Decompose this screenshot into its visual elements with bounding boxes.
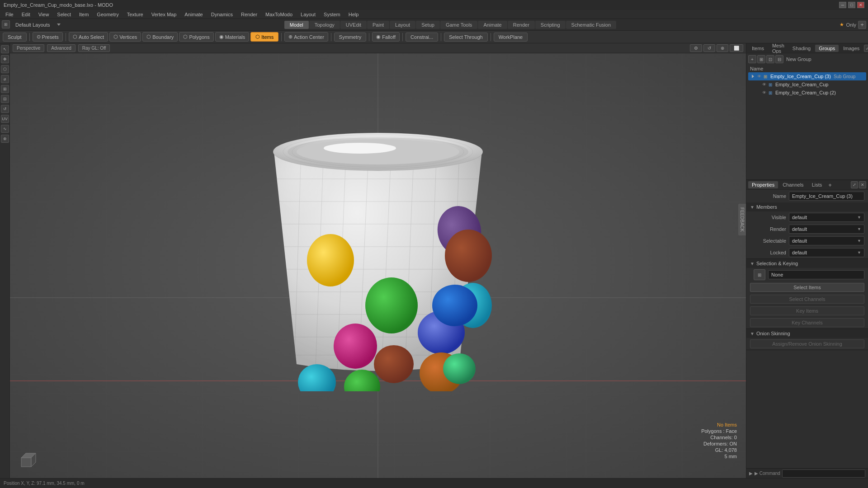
none-field[interactable]: None xyxy=(768,270,864,279)
symmetry-button[interactable]: Symmetry xyxy=(334,33,367,42)
menu-texture[interactable]: Texture xyxy=(123,11,147,18)
tab-scripting[interactable]: Scripting xyxy=(535,21,566,29)
tab-setup[interactable]: Setup xyxy=(416,21,440,29)
prop-tab-lists[interactable]: Lists xyxy=(808,181,826,188)
name-field[interactable]: Empty_Ice_Cream_Cup (3) xyxy=(789,192,864,201)
menu-dynamics[interactable]: Dynamics xyxy=(208,11,236,18)
viewport-canvas[interactable]: No Items Polygons : Face Channels: 0 Def… xyxy=(10,53,746,478)
ray-gl-button[interactable]: Ray GL: Off xyxy=(78,44,110,52)
new-group-button[interactable]: + xyxy=(748,55,756,63)
viewport-maximize-button[interactable]: ⬜ xyxy=(730,44,743,52)
feedback-tab[interactable]: FEEDBACK xyxy=(738,204,746,235)
sidebar-poly-icon[interactable]: ⊟ xyxy=(1,95,9,103)
menu-layout[interactable]: Layout xyxy=(297,11,319,18)
advanced-button[interactable]: Advanced xyxy=(47,44,75,52)
maximize-button[interactable]: □ xyxy=(848,2,855,8)
tab-shading[interactable]: Shading xyxy=(789,45,814,52)
select-through-button[interactable]: Select Through xyxy=(444,33,487,42)
minimize-button[interactable]: ─ xyxy=(839,2,846,8)
action-center-button[interactable]: ⊕ Action Center xyxy=(284,32,328,42)
tab-uvedit[interactable]: UVEdit xyxy=(340,21,367,29)
key-channels-button[interactable]: Key Channels xyxy=(750,318,864,327)
tab-animate[interactable]: Animate xyxy=(478,21,507,29)
falloff-button[interactable]: ◉ Falloff xyxy=(372,32,400,42)
sidebar-uv-icon[interactable]: UV xyxy=(1,115,9,123)
menu-maxtomodo[interactable]: MaxToModo xyxy=(262,11,296,18)
materials-button[interactable]: ◉ Materials xyxy=(215,32,250,42)
tab-topology[interactable]: Topology xyxy=(309,21,340,29)
auto-select-button[interactable]: ⬡ Auto Select xyxy=(69,32,108,42)
tree-item-group[interactable]: 👁 ⊞ Empty_Ice_Cream_Cup (3) Sub Group xyxy=(748,72,866,80)
sidebar-deform-icon[interactable]: ⌀ xyxy=(1,75,9,83)
tree-icon-btn-3[interactable]: ⊟ xyxy=(775,55,783,63)
command-input[interactable] xyxy=(782,469,865,478)
tree-icon-btn-1[interactable]: ⊞ xyxy=(757,55,765,63)
menu-view[interactable]: View xyxy=(35,11,53,18)
tab-schematic-fusion[interactable]: Schematic Fusion xyxy=(566,21,616,29)
menu-select[interactable]: Select xyxy=(53,11,75,18)
onion-skinning-header[interactable]: ▼ Onion Skinning xyxy=(746,329,868,338)
sidebar-create-icon[interactable]: ⬡ xyxy=(1,65,9,73)
viewport[interactable]: Perspective Advanced Ray GL: Off ⚙ ↺ ⊕ ⬜ xyxy=(10,43,746,478)
close-button[interactable]: ✕ xyxy=(857,2,864,8)
prop-tab-properties[interactable]: Properties xyxy=(748,181,778,188)
menu-render[interactable]: Render xyxy=(237,11,261,18)
tree-item-2[interactable]: 👁 ⊞ Empty_Ice_Cream_Cup (2) xyxy=(748,89,866,97)
tree-icon-btn-2[interactable]: ⊡ xyxy=(766,55,774,63)
items-button[interactable]: ⬡ Items xyxy=(250,32,278,42)
tab-game-tools[interactable]: Game Tools xyxy=(440,21,478,29)
menu-geometry[interactable]: Geometry xyxy=(93,11,122,18)
polygons-button[interactable]: ⬡ Polygons xyxy=(179,32,213,42)
tab-groups[interactable]: Groups xyxy=(815,45,839,52)
prop-close-btn[interactable]: ✕ xyxy=(859,181,866,188)
add-layout-button[interactable]: + xyxy=(858,21,866,29)
sidebar-edge-icon[interactable]: ⊞ xyxy=(1,85,9,93)
layout-icon[interactable]: ⊞ xyxy=(2,20,10,28)
tab-items[interactable]: Items xyxy=(748,45,768,52)
render-dropdown[interactable]: default ▼ xyxy=(789,225,864,234)
assign-onion-button[interactable]: Assign/Remove Onion Skinning xyxy=(750,339,864,348)
menu-system[interactable]: System xyxy=(320,11,344,18)
sidebar-select-icon[interactable]: ↖ xyxy=(1,45,9,53)
menu-file[interactable]: File xyxy=(2,11,17,18)
menu-help[interactable]: Help xyxy=(345,11,363,18)
key-items-button[interactable]: Key Items xyxy=(750,306,864,315)
prop-add-button[interactable]: + xyxy=(828,182,832,188)
vertices-button[interactable]: ⬡ Vertices xyxy=(109,32,141,42)
tab-layout[interactable]: Layout xyxy=(390,21,415,29)
tab-model[interactable]: Model xyxy=(284,21,309,29)
prop-expand-btn[interactable]: ⤢ xyxy=(851,181,858,188)
viewport-refresh-button[interactable]: ↺ xyxy=(703,44,715,52)
select-items-button[interactable]: Select Items xyxy=(750,283,864,292)
viewport-zoom-button[interactable]: ⊕ xyxy=(717,44,728,52)
sidebar-transform-icon[interactable]: ✥ xyxy=(1,55,9,63)
tab-paint[interactable]: Paint xyxy=(367,21,389,29)
menu-vertexmap[interactable]: Vertex Map xyxy=(148,11,180,18)
workplane-button[interactable]: WorkPlane xyxy=(494,33,528,42)
sidebar-loop-icon[interactable]: ↺ xyxy=(1,105,9,113)
default-layouts-button[interactable]: Default Layouts xyxy=(12,21,53,28)
select-channels-button[interactable]: Select Channels xyxy=(750,295,864,304)
tab-mesh-ops[interactable]: Mesh Ops xyxy=(769,42,788,55)
selectable-dropdown[interactable]: default ▼ xyxy=(789,236,864,245)
rp-expand-btn[interactable]: ⤢ xyxy=(864,45,868,52)
menu-item[interactable]: Item xyxy=(75,11,92,18)
menu-animate[interactable]: Animate xyxy=(181,11,206,18)
menu-edit[interactable]: Edit xyxy=(18,11,34,18)
selection-keying-header[interactable]: ▼ Selection & Keying xyxy=(746,259,868,268)
tab-images[interactable]: Images xyxy=(840,45,863,52)
members-header[interactable]: ▼ Members xyxy=(746,202,868,211)
tree-item-1[interactable]: 👁 ⊞ Empty_Ice_Cream_Cup xyxy=(748,80,866,89)
sculpt-button[interactable]: Sculpt xyxy=(3,33,27,42)
tab-render[interactable]: Render xyxy=(508,21,535,29)
nav-cube[interactable] xyxy=(19,446,42,469)
sidebar-snap-icon[interactable]: ⊕ xyxy=(1,135,9,143)
presets-button[interactable]: ⊙ Presets xyxy=(33,32,63,42)
viewport-settings-button[interactable]: ⚙ xyxy=(690,44,702,52)
prop-tab-channels[interactable]: Channels xyxy=(779,181,807,188)
boundary-button[interactable]: ⬡ Boundary xyxy=(142,32,178,42)
locked-dropdown[interactable]: default ▼ xyxy=(789,248,864,257)
perspective-button[interactable]: Perspective xyxy=(13,44,44,52)
visible-dropdown[interactable]: default ▼ xyxy=(789,213,864,222)
constraints-button[interactable]: Constrai... xyxy=(406,33,438,42)
